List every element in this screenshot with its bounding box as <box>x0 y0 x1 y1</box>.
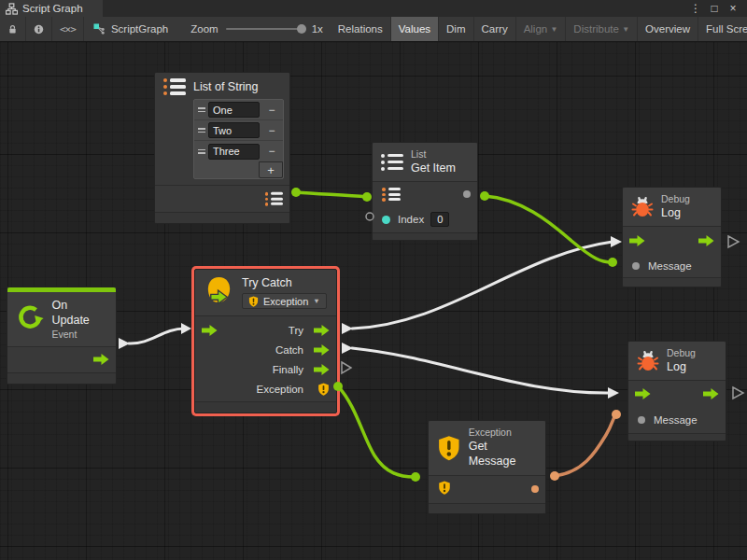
overview-button[interactable]: Overview <box>638 17 698 41</box>
flow-output-port[interactable] <box>698 235 714 246</box>
unconnected-flow-triangle[interactable] <box>342 362 351 373</box>
add-item-button[interactable]: + <box>259 161 283 178</box>
node-footer <box>7 372 116 384</box>
code-preview-button[interactable]: <×> <box>52 17 84 41</box>
flow-row <box>7 347 116 372</box>
zoom-slider[interactable] <box>226 28 304 30</box>
exception-row: Exception <box>195 379 336 399</box>
message-input-port[interactable] <box>638 416 645 424</box>
message-output-port[interactable] <box>531 485 539 493</box>
distribute-button[interactable]: Distribute ▼ <box>566 17 638 41</box>
node-footer <box>155 212 289 223</box>
wire-end-dot[interactable] <box>291 188 301 197</box>
exception-input-port[interactable] <box>438 481 451 497</box>
list-icon <box>381 154 403 171</box>
exception-type-dropdown[interactable]: Exception ▼ <box>242 293 327 309</box>
lock-icon <box>7 23 18 35</box>
list-input-port[interactable] <box>382 188 401 202</box>
full-screen-button[interactable]: Full Screen <box>698 17 747 41</box>
node-debug-log-top[interactable]: Debug Log Message <box>622 187 722 287</box>
window-controls: ⋮ □ × <box>687 0 747 17</box>
output-port-row <box>155 185 289 212</box>
index-input-port[interactable] <box>382 216 390 224</box>
remove-item-button[interactable]: − <box>262 103 281 118</box>
wire-end-dot[interactable] <box>362 192 372 202</box>
wire-getitem-to-message[interactable] <box>485 196 612 262</box>
wire-onupdate-to-trycatch[interactable] <box>129 329 185 343</box>
zoom-value: 1x <box>312 23 323 35</box>
lock-button[interactable] <box>0 17 26 41</box>
node-get-item[interactable]: List Get Item Index 0 <box>372 142 478 241</box>
graph-hierarchy-icon <box>6 3 18 15</box>
unconnected-flow-triangle[interactable] <box>733 387 743 399</box>
flow-row <box>623 227 721 254</box>
warning-shield-icon <box>248 296 259 307</box>
flow-output-port[interactable] <box>703 388 719 399</box>
finally-row: Finally <box>195 359 336 379</box>
remove-item-button[interactable]: − <box>262 144 281 159</box>
index-label: Index <box>398 214 424 225</box>
node-get-message[interactable]: Exception Get Message <box>428 420 546 514</box>
node-title: Get Message <box>469 439 537 469</box>
wire-end-dot[interactable] <box>612 410 621 419</box>
drag-handle-icon[interactable] <box>196 149 205 154</box>
remove-item-button[interactable]: − <box>262 123 281 138</box>
graph-breadcrumb[interactable]: ScriptGraph <box>84 17 177 41</box>
drag-handle-icon[interactable] <box>196 128 205 133</box>
node-title: Try Catch <box>242 275 327 290</box>
graph-canvas[interactable]: List of String One − Two − Three − + <box>0 42 747 560</box>
graph-name: ScriptGraph <box>111 23 168 35</box>
flow-start-triangle[interactable] <box>119 338 130 349</box>
carry-button[interactable]: Carry <box>474 17 516 41</box>
node-try-catch[interactable]: Try Catch Exception ▼ Try <box>194 269 337 413</box>
wire-try-to-log-top[interactable] <box>352 242 613 329</box>
info-button[interactable] <box>26 17 52 41</box>
wire-end-dot[interactable] <box>411 472 420 482</box>
finally-output-port[interactable] <box>314 364 330 375</box>
node-kind: Debug <box>667 347 696 359</box>
list-item-field[interactable]: One <box>208 102 260 118</box>
zoom-slider-handle[interactable] <box>297 24 306 34</box>
try-catch-icon <box>204 275 234 306</box>
list-output-port[interactable] <box>265 192 284 206</box>
exception-output-port[interactable] <box>317 383 330 396</box>
wire-getmessage-to-log[interactable] <box>555 414 616 476</box>
close-icon[interactable]: × <box>725 2 741 15</box>
list-input-row <box>373 182 477 206</box>
wire-catch-to-log-bottom[interactable] <box>352 348 610 393</box>
list-item-field[interactable]: Two <box>208 122 260 138</box>
wire-list-to-getitem[interactable] <box>296 192 367 197</box>
node-list-of-string[interactable]: List of String One − Two − Three − + <box>154 72 290 224</box>
dim-button[interactable]: Dim <box>439 17 473 41</box>
wire-end-dot[interactable] <box>480 191 489 201</box>
flow-input-port[interactable] <box>202 325 218 336</box>
index-value-field[interactable]: 0 <box>430 212 449 227</box>
list-editor: One − Two − Three − + <box>193 99 284 179</box>
list-item-row: One − <box>194 100 283 120</box>
drag-handle-icon[interactable] <box>196 107 205 112</box>
item-output-port[interactable] <box>463 190 471 198</box>
flow-start-triangle[interactable] <box>342 343 353 354</box>
catch-output-port[interactable] <box>314 344 330 356</box>
window-menu-icon[interactable]: ⋮ <box>687 2 704 15</box>
message-label: Message <box>654 414 698 426</box>
align-button[interactable]: Align ▼ <box>516 17 567 41</box>
wire-end-dot[interactable] <box>608 258 617 267</box>
flow-start-triangle[interactable] <box>342 323 353 334</box>
script-graph-icon <box>93 23 106 35</box>
node-on-update[interactable]: On Update Event <box>7 287 117 385</box>
try-output-port[interactable] <box>314 325 330 336</box>
relations-button[interactable]: Relations <box>331 17 391 41</box>
list-item-field[interactable]: Three <box>208 144 260 160</box>
wire-end-dot[interactable] <box>550 471 559 481</box>
node-debug-log-bottom[interactable]: Debug Log Message <box>627 341 726 441</box>
maximize-icon[interactable]: □ <box>706 2 723 15</box>
message-input-port[interactable] <box>632 262 640 270</box>
values-button[interactable]: Values <box>391 17 439 41</box>
flow-input-port[interactable] <box>635 388 651 399</box>
wire-exception-to-getmessage[interactable] <box>338 386 415 477</box>
tab-script-graph[interactable]: Script Graph <box>0 0 103 17</box>
flow-output-port[interactable] <box>93 354 109 365</box>
unconnected-flow-triangle[interactable] <box>728 236 739 247</box>
flow-input-port[interactable] <box>629 235 645 246</box>
